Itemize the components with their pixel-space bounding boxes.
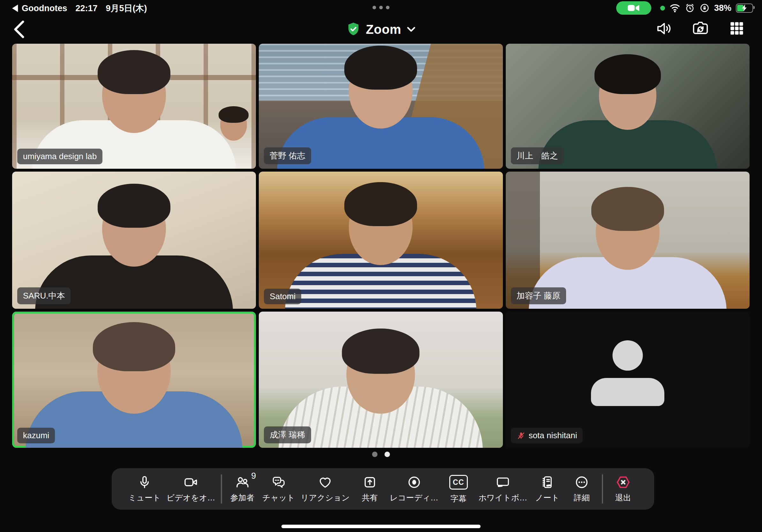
notes-button[interactable]: ノート	[533, 475, 562, 503]
participant-name-tag: kazumi	[17, 428, 55, 443]
chat-button[interactable]: チャット	[262, 475, 295, 503]
video-tile[interactable]: 成澤 瑞稀	[259, 312, 502, 448]
avatar-placeholder	[612, 340, 643, 370]
back-button[interactable]	[10, 19, 29, 39]
captions-button[interactable]: CC 字幕	[444, 474, 473, 504]
participant-video-feed	[102, 57, 166, 133]
participant-name-tag: Satomi	[264, 289, 301, 304]
page-dot[interactable]	[372, 452, 377, 457]
participant-video-feed	[102, 191, 166, 267]
back-to-app-icon	[12, 4, 19, 12]
multitask-dots[interactable]	[373, 6, 390, 9]
video-camera-icon	[183, 475, 198, 490]
participants-button[interactable]: 9 参加者	[228, 475, 257, 503]
participant-name-tag: sota nishitani	[511, 428, 583, 443]
participants-icon	[235, 475, 250, 490]
video-tile[interactable]: 加容子 藤原	[506, 171, 750, 309]
closed-captions-icon: CC	[449, 475, 468, 490]
record-icon	[407, 475, 421, 490]
video-tile[interactable]: Satomi	[259, 171, 502, 309]
speaker-icon	[655, 20, 673, 37]
grid-icon	[729, 21, 745, 36]
chat-icon	[271, 475, 286, 490]
notes-icon	[540, 475, 555, 490]
video-tile[interactable]: SARU.中本	[12, 171, 256, 309]
meeting-title-dropdown[interactable]: Zoom	[347, 22, 416, 37]
participants-count-badge: 9	[251, 471, 256, 481]
participant-video-feed	[596, 194, 659, 270]
battery-icon	[736, 4, 753, 13]
share-icon	[362, 475, 377, 490]
privacy-dot-indicator	[660, 6, 665, 11]
meeting-title: Zoom	[366, 22, 402, 37]
gallery-page-indicator[interactable]	[0, 452, 762, 457]
heart-icon	[318, 475, 333, 490]
back-to-app-label: Goodnotes	[22, 4, 67, 13]
share-button[interactable]: 共有	[355, 475, 384, 503]
meeting-toolbar: ミュート ビデオをオ… 9 参加者	[112, 468, 654, 510]
participant-name-tag: 川上 皓之	[511, 147, 564, 164]
meeting-top-bar: Zoom	[0, 15, 762, 43]
zoom-ipad-screen: Goodnotes 22:17 9月5日(木)	[0, 0, 762, 532]
chevron-down-icon	[407, 27, 415, 32]
participant-video-feed	[97, 329, 171, 414]
video-tile[interactable]: 菅野 佑志	[259, 44, 502, 169]
more-ellipsis-icon	[574, 475, 589, 490]
toolbar-divider	[602, 474, 603, 503]
switch-camera-icon	[692, 20, 709, 37]
participant-name-tag: umiyama design lab	[17, 149, 103, 164]
battery-percent: 38%	[714, 3, 731, 13]
view-apps-grid-button[interactable]	[727, 19, 747, 38]
record-button[interactable]: レコーディ…	[390, 475, 438, 503]
page-dot-current[interactable]	[385, 452, 390, 457]
video-tile[interactable]: 川上 皓之	[506, 44, 750, 169]
alarm-clock-icon	[685, 3, 695, 13]
video-indicator-icon	[628, 4, 640, 12]
mute-button[interactable]: ミュート	[128, 475, 161, 503]
toolbar-divider	[221, 474, 222, 503]
speaker-audio-button[interactable]	[654, 19, 674, 38]
participant-video-feed	[346, 336, 415, 414]
participant-name-tag: 菅野 佑志	[264, 147, 311, 164]
home-indicator[interactable]	[281, 525, 481, 528]
charging-bolt-icon	[742, 4, 747, 12]
microphone-icon	[137, 475, 152, 490]
orientation-lock-icon	[700, 3, 710, 13]
status-time: 22:17	[76, 4, 98, 13]
participant-name-tag: 加容子 藤原	[511, 287, 566, 304]
video-tile[interactable]: umiyama design lab	[12, 44, 256, 169]
video-tile-active-speaker[interactable]: kazumi	[12, 312, 256, 448]
participant-video-feed	[599, 61, 656, 130]
more-button[interactable]: 詳細	[568, 475, 596, 503]
whiteboard-button[interactable]: ホワイトボ…	[479, 475, 527, 503]
participant-video-feed	[349, 189, 413, 265]
reactions-button[interactable]: リアクション	[301, 475, 350, 503]
whiteboard-icon	[495, 475, 510, 490]
status-bar: Goodnotes 22:17 9月5日(木)	[0, 0, 762, 15]
video-tile-camera-off[interactable]: sota nishitani	[506, 312, 750, 448]
leave-meeting-button[interactable]: 退出	[609, 475, 638, 503]
chevron-left-icon	[13, 21, 25, 38]
participant-name-tag: SARU.中本	[17, 287, 70, 304]
video-toggle-button[interactable]: ビデオをオ…	[167, 475, 215, 503]
wifi-icon	[669, 3, 680, 13]
switch-camera-button[interactable]	[691, 19, 710, 38]
participant-name-tag: 成澤 瑞稀	[264, 427, 311, 443]
participant-video-grid: umiyama design lab 菅野 佑志 川上 皓之 SARU.中本	[12, 44, 750, 448]
back-to-app-chip[interactable]: Goodnotes	[12, 4, 67, 13]
muted-mic-icon	[517, 431, 526, 440]
active-video-indicator-pill[interactable]	[616, 1, 651, 15]
status-date: 9月5日(木)	[106, 3, 147, 14]
participant-video-feed	[349, 53, 413, 129]
leave-icon	[616, 475, 631, 490]
encryption-shield-icon	[347, 22, 360, 37]
